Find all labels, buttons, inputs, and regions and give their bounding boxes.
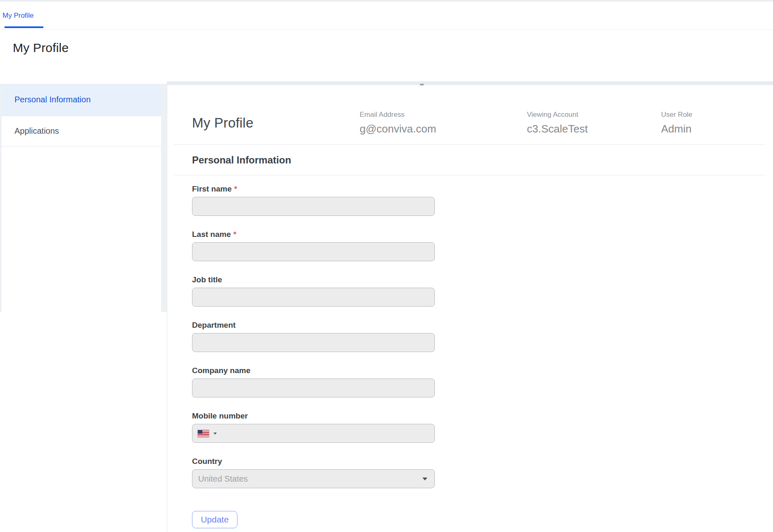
job-title-label: Job title <box>192 275 435 284</box>
mobile-number-field-group: Mobile number <box>192 411 435 443</box>
first-name-label-text: First name <box>192 184 232 193</box>
email-address-label: Email Address <box>360 110 436 119</box>
viewing-account-value: c3.ScaleTest <box>527 123 588 135</box>
job-title-field-group: Job title <box>192 275 435 307</box>
sidebar-item-label: Personal Information <box>14 95 91 104</box>
update-button[interactable]: Update <box>192 511 237 528</box>
viewing-account-label: Viewing Account <box>527 110 588 119</box>
first-name-field-group: First name* <box>192 184 435 216</box>
department-label: Department <box>192 321 435 330</box>
country-label-text: Country <box>192 457 222 466</box>
last-name-input[interactable] <box>192 242 435 261</box>
job-title-label-text: Job title <box>192 275 222 284</box>
sidebar-item-label: Applications <box>14 126 59 136</box>
tab-my-profile[interactable]: My Profile <box>2 10 34 28</box>
company-name-field-group: Company name <box>192 366 435 397</box>
horizontal-scrollbar-thumb[interactable] <box>420 84 424 85</box>
tab-my-profile-label: My Profile <box>2 12 34 19</box>
required-asterisk: * <box>233 230 236 239</box>
required-asterisk: * <box>234 184 237 193</box>
horizontal-scrollbar-track[interactable] <box>167 81 773 85</box>
country-field-group: Country United States <box>192 457 435 488</box>
email-address-block: Email Address g@conviva.com <box>360 110 436 135</box>
tab-bar: My Profile <box>0 2 773 30</box>
country-select[interactable]: United States <box>192 469 435 488</box>
active-tab-underline <box>5 26 43 28</box>
company-name-input[interactable] <box>192 378 435 397</box>
country-label: Country <box>192 457 435 466</box>
main-panel: My Profile Email Address g@conviva.com V… <box>167 81 773 532</box>
sidebar: Personal Information Applications <box>2 84 161 312</box>
section-title: Personal Information <box>192 154 291 166</box>
page-title: My Profile <box>13 41 69 55</box>
first-name-input[interactable] <box>192 197 435 216</box>
sidebar-background: Personal Information Applications <box>0 84 167 312</box>
country-selected-value: United States <box>198 474 248 484</box>
chevron-down-icon <box>422 478 427 480</box>
last-name-field-group: Last name* <box>192 230 435 261</box>
company-name-label: Company name <box>192 366 435 375</box>
department-input[interactable] <box>192 333 435 352</box>
user-role-block: User Role Admin <box>661 110 692 135</box>
first-name-label: First name* <box>192 184 435 194</box>
last-name-label-text: Last name <box>192 230 231 239</box>
user-role-value: Admin <box>661 123 692 135</box>
last-name-label: Last name* <box>192 230 435 239</box>
sidebar-item-personal-information[interactable]: Personal Information <box>2 84 161 116</box>
job-title-input[interactable] <box>192 288 435 307</box>
viewing-account-block: Viewing Account c3.ScaleTest <box>527 110 588 135</box>
us-flag-icon <box>198 430 209 437</box>
page-title-area: My Profile <box>0 30 773 81</box>
department-field-group: Department <box>192 321 435 352</box>
company-name-label-text: Company name <box>192 366 250 375</box>
mobile-number-input[interactable] <box>192 424 435 443</box>
mobile-number-label-text: Mobile number <box>192 411 248 420</box>
mobile-number-label: Mobile number <box>192 411 435 421</box>
profile-heading: My Profile <box>192 115 254 131</box>
sidebar-item-applications[interactable]: Applications <box>2 116 161 147</box>
chevron-down-icon <box>213 433 217 435</box>
department-label-text: Department <box>192 321 236 329</box>
user-role-label: User Role <box>661 110 692 119</box>
email-address-value: g@conviva.com <box>360 123 436 135</box>
personal-information-section-header: Personal Information <box>174 144 765 175</box>
